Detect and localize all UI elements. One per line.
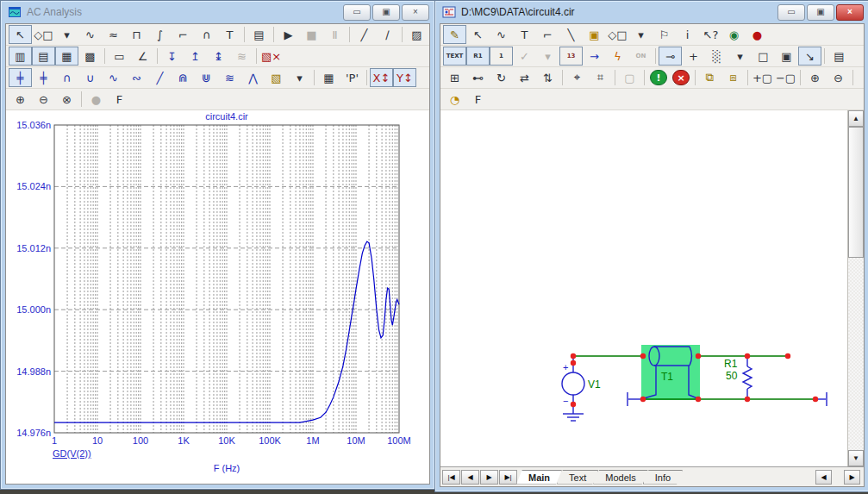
numeric-output-button[interactable]: ▦ xyxy=(317,68,340,87)
select-region-button[interactable]: ▨ xyxy=(405,25,428,44)
low-cursor-button[interactable]: ∾ xyxy=(125,68,148,87)
waveform-options-button[interactable]: ▧ xyxy=(265,68,288,87)
component-mode-button[interactable]: ∿ xyxy=(490,25,513,44)
zoom-out-button[interactable]: ⊖ xyxy=(827,68,850,87)
minimize-button[interactable]: ▭ xyxy=(777,4,805,21)
zoom-in-button[interactable]: ⊕ xyxy=(9,90,32,109)
global-high-cursor-button[interactable]: ⋒ xyxy=(172,68,195,87)
condition-display-button[interactable]: ON xyxy=(629,47,653,66)
zoom-in-button[interactable]: ⊕ xyxy=(803,68,827,87)
tab-models[interactable]: Models xyxy=(593,470,647,485)
graphics-shapes-button[interactable]: ◇□ xyxy=(32,25,55,44)
high-cursor-button[interactable]: ∿ xyxy=(102,68,125,87)
find-component-button[interactable]: ⌖ xyxy=(565,68,589,87)
graphics-shapes-dropdown[interactable]: ▾ xyxy=(55,25,78,44)
scroll-right-button[interactable]: ▶ xyxy=(844,470,860,485)
scroll-up-button[interactable]: ▲ xyxy=(848,110,864,127)
info-mode-button[interactable]: i xyxy=(676,25,699,44)
pcb-view-button[interactable]: ▢ xyxy=(618,68,641,87)
scroll-down-button[interactable]: ▼ xyxy=(848,450,864,466)
schematic-titlebar[interactable]: D:\MC9\DATA\circuit4.cir ▭ ▣ × xyxy=(435,1,868,22)
tag-level-mode-button[interactable]: ⌐ xyxy=(172,25,195,44)
tab-info[interactable]: Info xyxy=(643,470,683,485)
graphics-shapes-button[interactable]: ◇□ xyxy=(606,25,629,44)
horizontal-tag-mode-button[interactable]: ⊓ xyxy=(125,25,148,44)
error-status-button[interactable]: × xyxy=(672,70,690,85)
stop-button[interactable]: ■ xyxy=(300,25,323,44)
grid-dropdown[interactable]: ▾ xyxy=(728,47,752,66)
tab-main[interactable]: Main xyxy=(516,470,562,485)
run-button[interactable]: ▶ xyxy=(277,25,300,44)
select-tool-button[interactable]: ↖ xyxy=(9,25,32,44)
current-display-button[interactable]: → xyxy=(583,47,606,66)
tab-text[interactable]: Text xyxy=(557,470,598,485)
font-button[interactable]: F xyxy=(466,90,490,109)
zoom-out-button[interactable]: ⊖ xyxy=(32,90,55,109)
go-left-cursor-button[interactable]: ╪ xyxy=(9,68,32,87)
graphics-shapes-dropdown[interactable]: ▾ xyxy=(629,25,653,44)
properties-button[interactable]: ▤ xyxy=(827,47,851,66)
ac-analysis-titlebar[interactable]: AC Analysis ▭ ▣ × xyxy=(1,1,434,22)
polyline-mode-button[interactable]: ∕ xyxy=(376,25,399,44)
text-mode-button[interactable]: T xyxy=(513,25,536,44)
x-scale-format-button[interactable]: X↕ xyxy=(370,68,393,87)
vip-dropdown[interactable]: ▾ xyxy=(536,47,559,66)
attribute-display-toggle-button[interactable]: R1 xyxy=(466,47,490,66)
wire-mode-button[interactable]: ✎ xyxy=(443,25,466,44)
mouse-info-toggle-button[interactable]: ↘ xyxy=(798,47,821,66)
flag-list-button[interactable]: ⚐ xyxy=(856,68,865,87)
exit-analysis-button[interactable]: ▧× xyxy=(259,47,283,66)
select-mode-button[interactable]: ↖ xyxy=(466,25,490,44)
vip-display-button[interactable]: ✓ xyxy=(513,47,536,66)
flag-mode-button[interactable]: ⚐ xyxy=(653,25,676,44)
border-toggle-button[interactable]: □ xyxy=(752,47,775,66)
info-status-button[interactable]: ! xyxy=(650,70,667,85)
3d-view-button[interactable]: ● xyxy=(84,90,108,109)
grid-both-button[interactable]: ▦ xyxy=(55,47,78,66)
properties-button[interactable]: ▤ xyxy=(247,25,271,44)
data-grid-button[interactable]: ▦ xyxy=(428,25,430,44)
cursor-next-point-button[interactable]: ↧ xyxy=(160,47,184,66)
waveform-label[interactable]: GD(V(2)) xyxy=(53,448,91,459)
find-button[interactable]: ⌗ xyxy=(589,68,612,87)
cursor-mode-button[interactable]: ≈ xyxy=(102,25,125,44)
peak-cursor-button[interactable]: ∩ xyxy=(55,68,78,87)
inflection-cursor-button[interactable]: ╱ xyxy=(148,68,172,87)
p-key-button[interactable]: 'P' xyxy=(340,68,364,87)
global-low-cursor-button[interactable]: ⋓ xyxy=(195,68,218,87)
line-mode-button[interactable]: ╲ xyxy=(559,25,583,44)
node-numbers-toggle-button[interactable]: 1 xyxy=(490,47,513,66)
tracker-slope-button[interactable]: ∠ xyxy=(131,47,154,66)
pin-numbers-toggle-button[interactable]: 13 xyxy=(559,47,583,66)
minimize-button[interactable]: ▭ xyxy=(343,4,371,21)
pause-button[interactable]: Ⅱ xyxy=(323,25,347,44)
close-button[interactable]: × xyxy=(402,4,429,21)
y-scale-format-button[interactable]: Y↕ xyxy=(393,68,416,87)
scale-mode-button[interactable]: ∿ xyxy=(78,25,102,44)
crosshair-cursor-toggle-button[interactable]: + xyxy=(682,47,705,66)
line-mode-button[interactable]: ╱ xyxy=(353,25,376,44)
tracker-box-button[interactable]: ▭ xyxy=(108,47,131,66)
text-display-toggle-button[interactable]: TEXT xyxy=(443,47,466,66)
waveform-options-dropdown[interactable]: ▾ xyxy=(288,68,311,87)
error-indicator-button[interactable]: ● xyxy=(746,25,769,44)
title-block-toggle-button[interactable]: ▣ xyxy=(775,47,798,66)
frequency-tag-mode-button[interactable]: ∩ xyxy=(195,25,218,44)
restore-button[interactable]: ▣ xyxy=(372,4,400,21)
pan-tool-button[interactable]: ⊞ xyxy=(443,68,466,87)
bus-mode-button[interactable]: ▣ xyxy=(583,25,606,44)
add-page-button[interactable]: +▢ xyxy=(751,68,774,87)
node-snap-toggle-button[interactable]: ⊸ xyxy=(659,47,682,66)
valley-cursor-button[interactable]: ∪ xyxy=(78,68,102,87)
flip-vertical-button[interactable]: ⇅ xyxy=(536,68,559,87)
horizontal-gridlines-button[interactable]: ▤ xyxy=(32,47,55,66)
cursor-same-point-button[interactable]: ↥ xyxy=(184,47,207,66)
vertical-scrollbar[interactable]: ▲ ▼ xyxy=(848,110,864,466)
grid-minor-button[interactable]: ▩ xyxy=(78,47,102,66)
cursor-branch-button[interactable]: ↨ xyxy=(207,47,230,66)
vertical-gridlines-button[interactable]: ▥ xyxy=(9,47,32,66)
vertical-scroll-track[interactable] xyxy=(848,258,864,450)
connector-tool-button[interactable]: ⊷ xyxy=(466,68,490,87)
bring-to-front-button[interactable]: ⧉ xyxy=(698,68,721,87)
schematic-canvas[interactable]: +−V1T1R150 xyxy=(440,110,848,466)
